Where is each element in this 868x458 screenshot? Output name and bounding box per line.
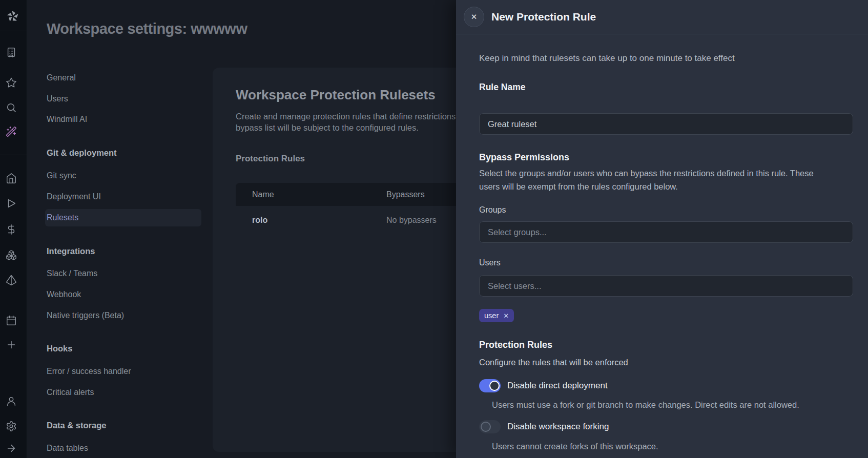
- sidebar-item-native-triggers[interactable]: Native triggers (Beta): [47, 310, 124, 321]
- windmill-logo-icon[interactable]: [5, 9, 20, 24]
- search-icon[interactable]: [6, 102, 17, 113]
- disable-workspace-forking-description: Users cannot create forks of this worksp…: [492, 441, 658, 452]
- building-icon[interactable]: [6, 47, 17, 58]
- users-label: Users: [479, 258, 501, 267]
- rail-divider: [0, 155, 27, 155]
- ai-wand-icon[interactable]: [6, 126, 17, 137]
- resources-boxes-icon[interactable]: [6, 249, 17, 261]
- disable-direct-deployment-label: Disable direct deployment: [507, 380, 608, 391]
- close-icon[interactable]: ✕: [464, 7, 484, 27]
- selected-user-tag-label: user: [484, 311, 499, 320]
- page-title: Workspace settings: wwwww: [47, 20, 247, 37]
- remove-user-icon[interactable]: ✕: [503, 312, 509, 320]
- disable-workspace-forking-toggle[interactable]: [479, 420, 501, 433]
- ruleset-delay-note: Keep in mind that rulesets can take up t…: [479, 53, 735, 64]
- bypass-permissions-heading: Bypass Permissions: [479, 152, 569, 163]
- variables-dollar-icon[interactable]: [6, 224, 17, 235]
- protection-rules-label: Protection Rules: [236, 154, 305, 164]
- selected-user-tag: user ✕: [479, 309, 514, 322]
- sidebar-item-critical-alerts[interactable]: Critical alerts: [47, 387, 94, 398]
- disable-direct-deployment-description: Users must use a fork or git branch to m…: [492, 399, 799, 410]
- column-header-name: Name: [236, 183, 370, 206]
- runs-play-icon[interactable]: [6, 198, 17, 209]
- sidebar-item-users[interactable]: Users: [47, 93, 68, 105]
- protection-rules-heading: Protection Rules: [479, 340, 552, 350]
- sidebar-item-data-tables[interactable]: Data tables: [47, 443, 88, 454]
- sidebar-item-deployment-ui[interactable]: Deployment UI: [47, 191, 101, 202]
- users-select-input[interactable]: [479, 275, 853, 297]
- sidebar-item-error-success-handler[interactable]: Error / success handler: [47, 366, 131, 377]
- nav-section-git-deployment: Git & deployment: [47, 147, 117, 158]
- toggle-knob: [489, 381, 500, 391]
- groups-label: Groups: [479, 205, 506, 215]
- icon-rail: [0, 0, 27, 458]
- sidebar-item-git-sync[interactable]: Git sync: [47, 170, 76, 181]
- sidebar-item-rulesets[interactable]: Rulesets: [45, 209, 201, 226]
- toggle-knob: [481, 422, 491, 432]
- pyramid-icon[interactable]: [6, 275, 17, 286]
- rule-name-cell: rolo: [236, 206, 370, 234]
- home-icon[interactable]: [6, 173, 17, 184]
- nav-section-hooks: Hooks: [47, 343, 72, 354]
- star-icon[interactable]: [6, 77, 17, 88]
- sidebar-item-windmill-ai[interactable]: Windmill AI: [47, 114, 87, 125]
- protection-rules-subheading: Configure the rules that will be enforce…: [479, 357, 628, 368]
- settings-gear-icon[interactable]: [6, 421, 17, 432]
- rulesets-heading: Workspace Protection Rulesets: [236, 87, 436, 103]
- rulesets-description-line2: bypass list will be subject to the confi…: [236, 122, 419, 133]
- schedules-calendar-icon[interactable]: [6, 315, 17, 326]
- bypass-description-line2: users will be exempt from the rules conf…: [479, 181, 678, 192]
- sidebar-item-slack-teams[interactable]: Slack / Teams: [47, 268, 97, 279]
- rule-name-input[interactable]: [479, 113, 853, 135]
- new-protection-rule-drawer: ✕ New Protection Rule Keep in mind that …: [456, 0, 868, 458]
- sidebar-item-webhook[interactable]: Webhook: [47, 289, 81, 300]
- drawer-header: ✕ New Protection Rule: [456, 0, 868, 34]
- user-icon[interactable]: [6, 395, 17, 407]
- nav-section-integrations: Integrations: [47, 245, 95, 257]
- rail-divider: [0, 31, 27, 31]
- disable-direct-deployment-toggle[interactable]: [479, 379, 501, 392]
- plus-icon[interactable]: [6, 339, 17, 350]
- rule-name-label: Rule Name: [479, 82, 525, 93]
- arrow-right-icon[interactable]: [6, 443, 17, 454]
- drawer-title: New Protection Rule: [491, 11, 596, 23]
- groups-select-input[interactable]: [479, 221, 853, 243]
- nav-section-data-storage: Data & storage: [47, 420, 106, 431]
- bypass-description-line1: Select the groups and/or users who can b…: [479, 168, 814, 179]
- disable-workspace-forking-label: Disable workspace forking: [507, 421, 609, 432]
- sidebar-item-general[interactable]: General: [47, 72, 76, 84]
